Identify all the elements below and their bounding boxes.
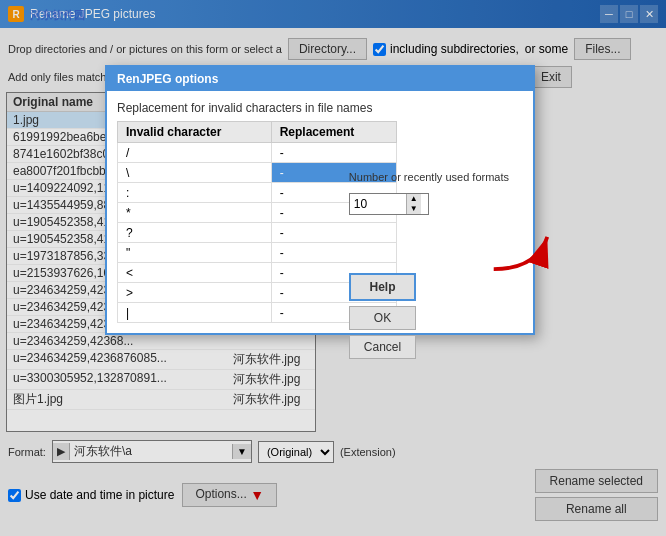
- invalid-char: /: [118, 143, 272, 163]
- dialog-section-label: Replacement for invalid characters in fi…: [117, 101, 523, 115]
- col-replacement: Replacement: [271, 122, 396, 143]
- dialog-button-row: Help OK Cancel: [349, 253, 416, 359]
- spinner-down-button[interactable]: ▼: [406, 204, 421, 214]
- replacement-char: -: [271, 143, 396, 163]
- invalid-char: >: [118, 283, 272, 303]
- invalid-char: :: [118, 183, 272, 203]
- invalid-char: \: [118, 163, 272, 183]
- char-row[interactable]: /-: [118, 143, 397, 163]
- dialog-right-panel: Number or recently used formats ▲ ▼ Help…: [349, 171, 509, 359]
- spinner-buttons: ▲ ▼: [406, 194, 421, 214]
- dialog-help-button[interactable]: Help: [349, 273, 416, 301]
- dialog-body: Replacement for invalid characters in fi…: [107, 91, 533, 333]
- dialog-title-bar: RenJPEG options: [107, 67, 533, 91]
- dialog-title: RenJPEG options: [117, 72, 218, 86]
- num-format-label: Number or recently used formats: [349, 171, 509, 183]
- invalid-char: ": [118, 243, 272, 263]
- dialog-content: Invalid character Replacement /-\-:-*-?-…: [117, 121, 523, 323]
- invalid-char: |: [118, 303, 272, 323]
- num-format-input[interactable]: [350, 195, 406, 213]
- invalid-char: *: [118, 203, 272, 223]
- dialog-ok-button[interactable]: OK: [349, 306, 416, 330]
- spinner-up-button[interactable]: ▲: [406, 194, 421, 204]
- invalid-char: ?: [118, 223, 272, 243]
- options-dialog: RenJPEG options Replacement for invalid …: [105, 65, 535, 335]
- invalid-char: <: [118, 263, 272, 283]
- dialog-cancel-button[interactable]: Cancel: [349, 335, 416, 359]
- num-format-spinner: ▲ ▼: [349, 193, 429, 215]
- col-invalid: Invalid character: [118, 122, 272, 143]
